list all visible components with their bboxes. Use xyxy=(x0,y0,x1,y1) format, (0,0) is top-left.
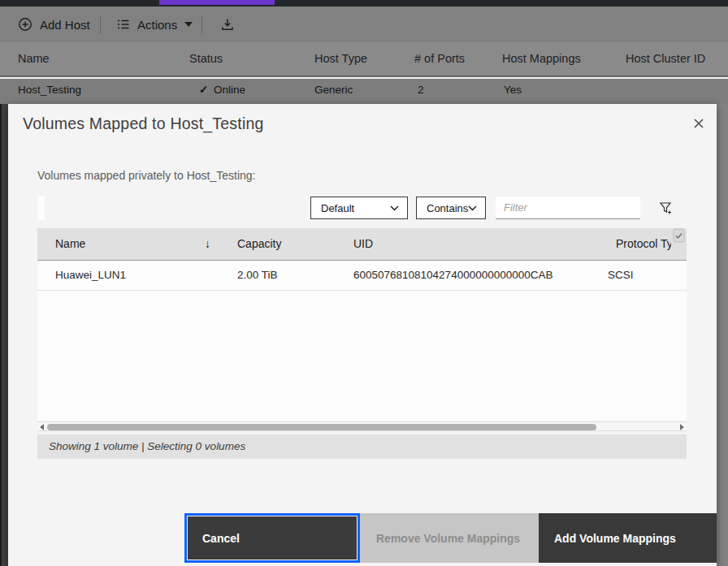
dialog-title: Volumes Mapped to Host_Testing xyxy=(23,114,264,133)
close-icon xyxy=(693,118,704,129)
screen: Add Host Actions Name Status Host Type #… xyxy=(0,0,728,566)
cell-capacity: 2.00 TiB xyxy=(237,261,278,290)
col-protocol-type[interactable]: Protocol Typ xyxy=(616,228,671,260)
volume-row[interactable]: Huawei_LUN1 2.00 TiB 6005076810810427400… xyxy=(37,261,687,291)
dialog-subtitle: Volumes mapped privately to Host_Testing… xyxy=(37,169,255,182)
cell-host-status: Online xyxy=(214,79,245,102)
header-cell-host-type[interactable]: Host Type xyxy=(314,42,367,76)
volumes-table: Name ↓ Capacity UID Protocol Typ Huawei_… xyxy=(37,228,687,421)
header-cell-host-cluster-id[interactable]: Host Cluster ID xyxy=(626,42,705,76)
close-button[interactable] xyxy=(687,112,710,135)
header-cell-ports[interactable]: # of Ports xyxy=(414,42,465,76)
filter-condition-value: Contains xyxy=(427,202,468,214)
overlay-left xyxy=(0,104,8,566)
cancel-button[interactable]: Cancel xyxy=(187,516,358,560)
cell-volume-name: Huawei_LUN1 xyxy=(55,261,126,290)
scroll-left-arrow-icon[interactable] xyxy=(40,424,44,430)
header-cell-status[interactable]: Status xyxy=(189,42,223,76)
host-table-row[interactable]: Host_Testing ✓ Online Generic 2 Yes xyxy=(0,79,728,104)
cell-protocol: SCSI xyxy=(608,261,634,290)
filter-row-block xyxy=(37,196,45,220)
filter-input[interactable] xyxy=(496,197,640,219)
bulleted-list-icon xyxy=(117,18,130,31)
chevron-down-icon xyxy=(468,205,477,211)
column-settings-icon[interactable] xyxy=(673,228,685,243)
horizontal-scrollbar[interactable] xyxy=(37,421,687,431)
status-check-icon: ✓ xyxy=(199,79,208,102)
col-uid[interactable]: UID xyxy=(353,228,373,260)
add-volume-mappings-button[interactable]: Add Volume Mappings xyxy=(539,513,717,563)
toolbar-divider xyxy=(202,15,202,34)
volumes-table-body: Huawei_LUN1 2.00 TiB 6005076810810427400… xyxy=(37,261,687,421)
actions-label: Actions xyxy=(137,18,177,32)
volumes-table-header: Name ↓ Capacity UID Protocol Typ xyxy=(37,228,687,261)
hosts-table-header: Name Status Host Type # of Ports Host Ma… xyxy=(0,42,728,77)
filter-scope-select[interactable]: Default xyxy=(310,197,408,219)
cell-host-mappings: Yes xyxy=(504,79,522,102)
overlay-right xyxy=(717,104,728,566)
table-status-bar: Showing 1 volume | Selecting 0 volumes xyxy=(37,434,687,459)
volumes-mapped-dialog: Volumes Mapped to Host_Testing Volumes m… xyxy=(8,104,717,566)
col-name[interactable]: Name xyxy=(55,228,85,260)
sort-descending-icon[interactable]: ↓ xyxy=(205,228,210,260)
toolbar-divider xyxy=(100,15,101,34)
circle-plus-icon xyxy=(18,17,32,32)
cell-ports: 2 xyxy=(418,79,424,102)
cell-host-name: Host_Testing xyxy=(18,79,81,102)
header-cell-name[interactable]: Name xyxy=(18,42,50,76)
caret-down-icon xyxy=(184,22,193,27)
add-filter-button[interactable] xyxy=(655,197,678,219)
export-download-button[interactable] xyxy=(220,6,235,42)
funnel-plus-icon xyxy=(659,201,674,215)
scroll-right-arrow-icon[interactable] xyxy=(680,424,684,430)
top-bar xyxy=(0,0,728,6)
cell-host-type: Generic xyxy=(314,79,353,102)
filter-scope-value: Default xyxy=(321,202,354,214)
chevron-down-icon xyxy=(390,205,399,211)
header-cell-host-mappings[interactable]: Host Mappings xyxy=(502,42,581,76)
cancel-button-focus-ring: Cancel xyxy=(184,513,360,563)
download-icon xyxy=(220,17,235,32)
scrollbar-thumb[interactable] xyxy=(47,424,596,430)
actions-button[interactable]: Actions xyxy=(117,6,193,42)
hosts-toolbar: Add Host Actions xyxy=(0,6,728,42)
add-host-button[interactable]: Add Host xyxy=(18,6,90,42)
purple-accent-strip xyxy=(159,0,275,5)
remove-volume-mappings-button[interactable]: Remove Volume Mappings xyxy=(360,513,539,563)
filter-condition-select[interactable]: Contains xyxy=(416,197,486,219)
col-capacity[interactable]: Capacity xyxy=(237,228,281,260)
cell-uid: 60050768108104274000000000000CAB xyxy=(353,261,553,290)
add-host-label: Add Host xyxy=(40,18,90,32)
